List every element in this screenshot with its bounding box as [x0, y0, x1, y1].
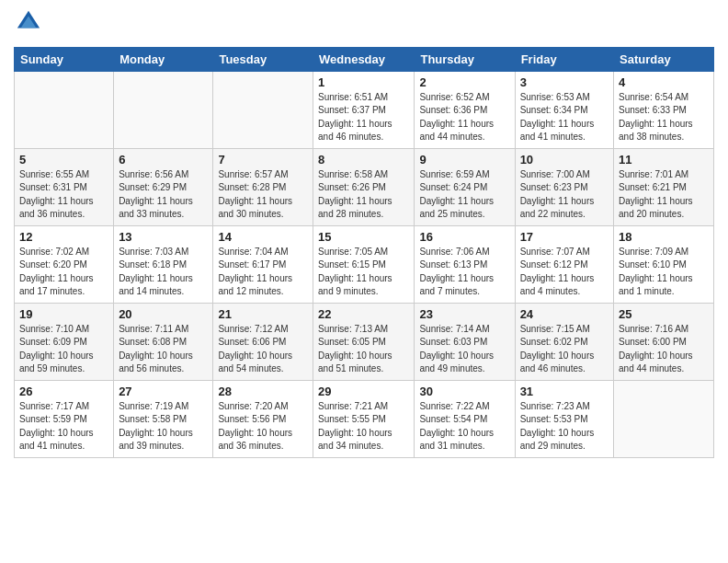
calendar-cell: 9Sunrise: 6:59 AM Sunset: 6:24 PM Daylig… — [415, 148, 515, 225]
calendar-cell: 26Sunrise: 7:17 AM Sunset: 5:59 PM Dayli… — [15, 380, 114, 457]
calendar-cell: 8Sunrise: 6:58 AM Sunset: 6:26 PM Daylig… — [313, 148, 415, 225]
day-header-sunday: Sunday — [15, 47, 114, 71]
day-info: Sunrise: 7:03 AM Sunset: 6:18 PM Dayligh… — [119, 246, 208, 299]
day-info: Sunrise: 7:13 AM Sunset: 6:05 PM Dayligh… — [318, 323, 409, 376]
calendar-cell: 18Sunrise: 7:09 AM Sunset: 6:10 PM Dayli… — [614, 225, 714, 303]
day-number: 10 — [520, 153, 609, 167]
calendar-cell: 19Sunrise: 7:10 AM Sunset: 6:09 PM Dayli… — [15, 303, 114, 380]
day-info: Sunrise: 7:17 AM Sunset: 5:59 PM Dayligh… — [19, 400, 108, 454]
day-info: Sunrise: 7:16 AM Sunset: 6:00 PM Dayligh… — [619, 323, 709, 376]
day-info: Sunrise: 7:06 AM Sunset: 6:13 PM Dayligh… — [419, 246, 509, 299]
day-number: 8 — [318, 153, 409, 167]
day-header-friday: Friday — [515, 47, 613, 71]
calendar-cell: 15Sunrise: 7:05 AM Sunset: 6:15 PM Dayli… — [313, 225, 415, 303]
day-number: 13 — [119, 230, 208, 244]
calendar-cell: 24Sunrise: 7:15 AM Sunset: 6:02 PM Dayli… — [515, 303, 613, 380]
day-number: 7 — [218, 153, 308, 167]
calendar-cell: 4Sunrise: 6:54 AM Sunset: 6:33 PM Daylig… — [614, 71, 714, 148]
day-number: 6 — [119, 153, 208, 167]
day-info: Sunrise: 7:10 AM Sunset: 6:09 PM Dayligh… — [19, 323, 108, 376]
calendar-cell: 13Sunrise: 7:03 AM Sunset: 6:18 PM Dayli… — [114, 225, 213, 303]
day-number: 14 — [218, 230, 308, 244]
day-info: Sunrise: 6:59 AM Sunset: 6:24 PM Dayligh… — [419, 168, 509, 222]
day-number: 22 — [318, 307, 409, 321]
day-info: Sunrise: 7:07 AM Sunset: 6:12 PM Dayligh… — [520, 246, 609, 299]
calendar-cell: 1Sunrise: 6:51 AM Sunset: 6:37 PM Daylig… — [313, 71, 415, 148]
day-info: Sunrise: 6:51 AM Sunset: 6:37 PM Dayligh… — [318, 91, 409, 144]
day-info: Sunrise: 6:57 AM Sunset: 6:28 PM Dayligh… — [218, 168, 308, 222]
day-number: 12 — [19, 230, 108, 244]
calendar-cell: 2Sunrise: 6:52 AM Sunset: 6:36 PM Daylig… — [415, 71, 515, 148]
day-info: Sunrise: 7:14 AM Sunset: 6:03 PM Dayligh… — [419, 323, 509, 376]
day-number: 27 — [119, 385, 208, 398]
day-number: 21 — [218, 307, 308, 321]
calendar-cell: 22Sunrise: 7:13 AM Sunset: 6:05 PM Dayli… — [313, 303, 415, 380]
logo — [14, 9, 41, 40]
calendar-cell: 7Sunrise: 6:57 AM Sunset: 6:28 PM Daylig… — [213, 148, 313, 225]
day-number: 24 — [520, 307, 609, 321]
calendar-cell: 5Sunrise: 6:55 AM Sunset: 6:31 PM Daylig… — [15, 148, 114, 225]
day-info: Sunrise: 7:23 AM Sunset: 5:53 PM Dayligh… — [520, 400, 609, 454]
calendar-week-5: 26Sunrise: 7:17 AM Sunset: 5:59 PM Dayli… — [15, 380, 714, 457]
day-header-monday: Monday — [114, 47, 213, 71]
calendar-cell: 16Sunrise: 7:06 AM Sunset: 6:13 PM Dayli… — [415, 225, 515, 303]
calendar-week-2: 5Sunrise: 6:55 AM Sunset: 6:31 PM Daylig… — [15, 148, 714, 225]
day-info: Sunrise: 7:19 AM Sunset: 5:58 PM Dayligh… — [119, 400, 208, 454]
day-header-tuesday: Tuesday — [213, 47, 313, 71]
calendar-cell: 21Sunrise: 7:12 AM Sunset: 6:06 PM Dayli… — [213, 303, 313, 380]
calendar-cell: 23Sunrise: 7:14 AM Sunset: 6:03 PM Dayli… — [415, 303, 515, 380]
day-number: 23 — [419, 307, 509, 321]
calendar-cell: 20Sunrise: 7:11 AM Sunset: 6:08 PM Dayli… — [114, 303, 213, 380]
day-info: Sunrise: 7:12 AM Sunset: 6:06 PM Dayligh… — [218, 323, 308, 376]
calendar-cell — [15, 71, 114, 148]
calendar-cell: 14Sunrise: 7:04 AM Sunset: 6:17 PM Dayli… — [213, 225, 313, 303]
day-number: 30 — [419, 385, 509, 398]
day-number: 5 — [19, 153, 108, 167]
day-info: Sunrise: 7:04 AM Sunset: 6:17 PM Dayligh… — [218, 246, 308, 299]
calendar-cell: 11Sunrise: 7:01 AM Sunset: 6:21 PM Dayli… — [614, 148, 714, 225]
day-number: 25 — [619, 307, 709, 321]
day-info: Sunrise: 6:56 AM Sunset: 6:29 PM Dayligh… — [119, 168, 208, 222]
calendar-header-row: SundayMondayTuesdayWednesdayThursdayFrid… — [15, 47, 714, 71]
day-info: Sunrise: 6:53 AM Sunset: 6:34 PM Dayligh… — [520, 91, 609, 144]
day-info: Sunrise: 6:58 AM Sunset: 6:26 PM Dayligh… — [318, 168, 409, 222]
logo-icon — [16, 9, 41, 35]
day-number: 20 — [119, 307, 208, 321]
day-header-saturday: Saturday — [614, 47, 714, 71]
day-number: 19 — [19, 307, 108, 321]
day-number: 15 — [318, 230, 409, 244]
calendar-cell — [213, 71, 313, 148]
calendar-week-3: 12Sunrise: 7:02 AM Sunset: 6:20 PM Dayli… — [15, 225, 714, 303]
page-header — [14, 9, 714, 40]
calendar-cell: 10Sunrise: 7:00 AM Sunset: 6:23 PM Dayli… — [515, 148, 613, 225]
calendar-cell: 28Sunrise: 7:20 AM Sunset: 5:56 PM Dayli… — [213, 380, 313, 457]
day-number: 4 — [619, 75, 709, 89]
day-number: 2 — [419, 75, 509, 89]
calendar-cell — [614, 380, 714, 457]
day-info: Sunrise: 7:01 AM Sunset: 6:21 PM Dayligh… — [619, 168, 709, 222]
day-info: Sunrise: 6:52 AM Sunset: 6:36 PM Dayligh… — [419, 91, 509, 144]
day-number: 31 — [520, 385, 609, 398]
calendar-cell: 27Sunrise: 7:19 AM Sunset: 5:58 PM Dayli… — [114, 380, 213, 457]
calendar-cell: 25Sunrise: 7:16 AM Sunset: 6:00 PM Dayli… — [614, 303, 714, 380]
day-info: Sunrise: 6:55 AM Sunset: 6:31 PM Dayligh… — [19, 168, 108, 222]
calendar-cell: 30Sunrise: 7:22 AM Sunset: 5:54 PM Dayli… — [415, 380, 515, 457]
calendar-cell: 29Sunrise: 7:21 AM Sunset: 5:55 PM Dayli… — [313, 380, 415, 457]
day-info: Sunrise: 7:11 AM Sunset: 6:08 PM Dayligh… — [119, 323, 208, 376]
day-info: Sunrise: 7:00 AM Sunset: 6:23 PM Dayligh… — [520, 168, 609, 222]
day-info: Sunrise: 7:22 AM Sunset: 5:54 PM Dayligh… — [419, 400, 509, 454]
day-number: 28 — [218, 385, 308, 398]
day-number: 18 — [619, 230, 709, 244]
calendar-cell: 17Sunrise: 7:07 AM Sunset: 6:12 PM Dayli… — [515, 225, 613, 303]
calendar-cell: 3Sunrise: 6:53 AM Sunset: 6:34 PM Daylig… — [515, 71, 613, 148]
day-info: Sunrise: 7:05 AM Sunset: 6:15 PM Dayligh… — [318, 246, 409, 299]
calendar-cell — [114, 71, 213, 148]
day-header-wednesday: Wednesday — [313, 47, 415, 71]
day-number: 29 — [318, 385, 409, 398]
day-info: Sunrise: 7:21 AM Sunset: 5:55 PM Dayligh… — [318, 400, 409, 454]
calendar-week-1: 1Sunrise: 6:51 AM Sunset: 6:37 PM Daylig… — [15, 71, 714, 148]
day-number: 9 — [419, 153, 509, 167]
day-info: Sunrise: 7:09 AM Sunset: 6:10 PM Dayligh… — [619, 246, 709, 299]
day-number: 3 — [520, 75, 609, 89]
calendar-cell: 6Sunrise: 6:56 AM Sunset: 6:29 PM Daylig… — [114, 148, 213, 225]
